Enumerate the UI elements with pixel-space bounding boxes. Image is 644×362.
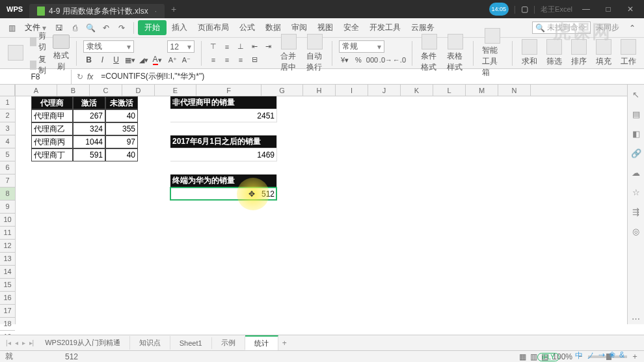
percent-button[interactable]: % xyxy=(353,54,364,66)
maximize-icon[interactable]: □ xyxy=(600,5,617,14)
bold-button[interactable]: B xyxy=(83,54,95,66)
font-combo[interactable]: 隶线▾ xyxy=(83,40,134,53)
row-header[interactable]: 18 xyxy=(0,318,15,331)
sheet-next-icon[interactable]: ▸ xyxy=(20,339,27,346)
grow-font-button[interactable]: A⁺ xyxy=(167,54,179,66)
format-painter[interactable]: 格式刷 xyxy=(53,35,70,72)
tab-cloud[interactable]: 云服务 xyxy=(406,22,440,33)
select-all-corner[interactable] xyxy=(0,85,15,96)
sheet-first-icon[interactable]: |◂ xyxy=(4,339,13,346)
tab-insert[interactable]: 插入 xyxy=(167,22,193,33)
tab-start[interactable]: 开始 xyxy=(138,20,167,35)
col-header[interactable]: I xyxy=(336,85,368,96)
col-header[interactable]: M xyxy=(466,85,498,96)
name-box[interactable]: F8 xyxy=(0,70,72,84)
history-icon[interactable]: ↻ xyxy=(77,72,83,81)
clipboard-pane-icon[interactable]: ▤ xyxy=(631,109,641,120)
col-header[interactable]: F xyxy=(196,85,262,96)
cell[interactable]: 非代理商甲的销量 xyxy=(170,96,277,109)
fontcolor-button[interactable]: A▾ xyxy=(152,54,163,66)
tab-data[interactable]: 数据 xyxy=(260,22,286,33)
cell[interactable]: 324 xyxy=(73,122,105,135)
col-header[interactable]: B xyxy=(57,85,90,96)
document-tab[interactable]: 4-9 用函数做多条件计数.xlsx · xyxy=(29,4,165,18)
col-header[interactable]: H xyxy=(303,85,336,96)
row-header[interactable]: 7 xyxy=(0,174,15,188)
tab-pagelayout[interactable]: 页面布局 xyxy=(193,22,234,33)
row-header[interactable]: 4 xyxy=(0,135,15,148)
cut-button[interactable]: 剪切 xyxy=(30,31,49,53)
cell[interactable]: 代理商丁 xyxy=(31,148,73,161)
col-header[interactable]: J xyxy=(368,85,401,96)
close-tab-icon[interactable]: · xyxy=(155,7,157,16)
cell[interactable]: 1044 xyxy=(73,135,105,148)
cell[interactable]: 2017年6月1日之后的销量 xyxy=(170,135,277,148)
print-icon[interactable]: ⎙ xyxy=(68,21,81,35)
sort-button[interactable]: 排序 xyxy=(569,39,589,67)
row-header[interactable]: 12 xyxy=(0,240,15,253)
col-header[interactable]: N xyxy=(498,85,531,96)
add-tab-button[interactable]: + xyxy=(171,4,176,14)
tab-review[interactable]: 审阅 xyxy=(286,22,312,33)
view-layout-icon[interactable]: ▥ xyxy=(530,352,537,361)
align-mid[interactable]: ≡ xyxy=(221,41,233,53)
cell[interactable]: 代理商 xyxy=(31,96,73,109)
work-button[interactable]: 工作 xyxy=(618,39,639,67)
redo-icon[interactable]: ↷ xyxy=(115,21,128,35)
sheet-tab[interactable]: 知识点 xyxy=(130,336,170,350)
sum-button[interactable]: 求和 xyxy=(519,39,540,67)
link-pane-icon[interactable]: 🔗 xyxy=(631,148,641,159)
merge-center-button[interactable]: 合并居中 xyxy=(278,34,300,73)
underline-button[interactable]: U xyxy=(111,54,122,66)
share-icon[interactable]: ⇶ xyxy=(631,207,641,217)
sheet-tab-active[interactable]: 统计 xyxy=(245,335,278,350)
tab-devtools[interactable]: 开发工具 xyxy=(364,22,406,33)
indent-inc[interactable]: ⇥ xyxy=(262,41,274,53)
align-right[interactable]: ≡ xyxy=(235,54,247,66)
align-center[interactable]: ≡ xyxy=(221,54,233,66)
col-header[interactable]: K xyxy=(401,85,433,96)
cell[interactable]: 355 xyxy=(105,122,138,135)
row-header[interactable]: 17 xyxy=(0,305,15,318)
save-icon[interactable]: 🖫 xyxy=(53,21,66,35)
row-header[interactable]: 2 xyxy=(0,109,15,122)
cell[interactable]: 512 xyxy=(170,188,277,201)
sheet-tab[interactable]: Sheet1 xyxy=(170,337,212,349)
app-menu-icon[interactable]: ▥ xyxy=(5,21,18,35)
row-header[interactable]: 5 xyxy=(0,148,15,161)
italic-button[interactable]: I xyxy=(97,54,109,66)
border-button[interactable]: ▦▾ xyxy=(124,54,136,66)
cell[interactable]: 未激活 xyxy=(105,96,138,109)
row-header[interactable]: 16 xyxy=(0,292,15,305)
tab-view[interactable]: 视图 xyxy=(312,22,338,33)
tab-security[interactable]: 安全 xyxy=(338,22,364,33)
row-header[interactable]: 3 xyxy=(0,122,15,135)
cell[interactable]: 97 xyxy=(105,135,138,148)
style-pane-icon[interactable]: ◧ xyxy=(631,129,641,139)
search-commands[interactable]: 🔍未找到命令 xyxy=(532,21,591,34)
cell[interactable]: 终端为华为的销量 xyxy=(170,174,277,188)
inc-decimal[interactable]: .0→ xyxy=(380,54,392,66)
zoom-in-icon[interactable]: ＋ xyxy=(631,351,639,362)
col-header[interactable]: L xyxy=(433,85,466,96)
fill-button[interactable]: 填充 xyxy=(593,39,614,67)
cell[interactable]: 代理商乙 xyxy=(31,122,73,135)
cell[interactable]: 40 xyxy=(105,148,138,161)
shrink-font-button[interactable]: A⁻ xyxy=(181,54,193,66)
ifly-badge[interactable]: iFLY xyxy=(537,353,559,361)
sheet-tab[interactable]: 示例 xyxy=(212,336,245,350)
table-style-button[interactable]: 表格样式 xyxy=(444,34,466,73)
more-icon[interactable]: ⋯ xyxy=(631,314,641,324)
paste-button[interactable] xyxy=(5,45,26,62)
close-icon[interactable]: ✕ xyxy=(622,5,639,14)
indent-dec[interactable]: ⇤ xyxy=(248,41,260,53)
minimize-icon[interactable]: ― xyxy=(578,5,595,14)
row-header[interactable]: 13 xyxy=(0,253,15,266)
cell[interactable]: 1469 xyxy=(170,148,277,161)
row-header[interactable]: 8 xyxy=(0,188,15,201)
ime-indicator[interactable]: 中ノ⇢❀& xyxy=(575,350,624,361)
cell[interactable]: 2451 xyxy=(170,109,277,122)
merge-split[interactable]: ⊟ xyxy=(248,54,260,66)
col-header[interactable]: C xyxy=(90,85,122,96)
dec-decimal[interactable]: ←.0 xyxy=(394,54,405,66)
